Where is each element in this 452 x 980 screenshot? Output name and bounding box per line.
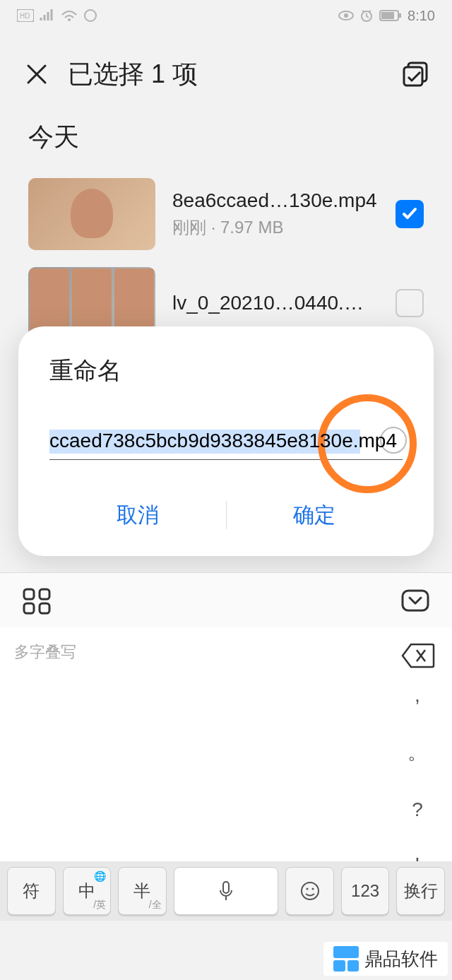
header-title: 已选择 1 项 xyxy=(68,57,401,92)
rename-input-wrap[interactable]: ccaed738c5bcb9d9383845e8130e.mp4 xyxy=(49,430,403,460)
svg-rect-11 xyxy=(404,67,422,85)
svg-point-20 xyxy=(311,888,314,890)
svg-rect-15 xyxy=(40,603,49,613)
symbol-key[interactable]: 符 xyxy=(7,867,56,915)
keyboard-collapse-icon[interactable] xyxy=(400,585,431,616)
file-meta: 刚刚 · 7.97 MB xyxy=(172,216,379,239)
eye-icon xyxy=(338,10,354,21)
file-info: 8ea6ccaed…130e.mp4 刚刚 · 7.97 MB xyxy=(172,189,379,239)
svg-rect-16 xyxy=(403,591,428,610)
svg-point-2 xyxy=(68,18,71,21)
punctuation-keys: , 。 ? ! xyxy=(400,684,435,876)
space-voice-key[interactable] xyxy=(174,867,278,915)
status-bar: HD 8:10 xyxy=(0,0,452,31)
battery-icon xyxy=(379,10,402,21)
file-list: 8ea6ccaed…130e.mp4 刚刚 · 7.97 MB lv_0_202… xyxy=(28,170,424,348)
watermark-text: 鼎品软件 xyxy=(364,947,438,972)
file-thumbnail xyxy=(28,178,155,250)
file-row[interactable]: 8ea6ccaed…130e.mp4 刚刚 · 7.97 MB xyxy=(28,170,424,259)
svg-point-5 xyxy=(344,13,348,18)
handwriting-hint: 多字叠写 xyxy=(14,642,76,663)
period-key[interactable]: 。 xyxy=(400,739,435,766)
emoji-icon xyxy=(300,881,320,901)
file-name: 8ea6ccaed…130e.mp4 xyxy=(172,189,379,212)
watermark-logo xyxy=(333,946,359,972)
svg-rect-13 xyxy=(40,589,49,599)
confirm-button[interactable]: 确定 xyxy=(227,494,403,536)
keyboard-switch-icon[interactable] xyxy=(21,585,52,616)
svg-text:HD: HD xyxy=(20,12,30,20)
status-left: HD xyxy=(17,8,97,23)
language-key[interactable]: 中/英🌐 xyxy=(63,867,112,915)
keyboard-bottom-row: 符 中/英🌐 半/全 123 换行 xyxy=(0,861,452,921)
wifi-icon xyxy=(61,9,78,22)
nfc-icon xyxy=(83,8,97,23)
svg-point-18 xyxy=(302,882,319,899)
file-name: lv_0_20210…0440.mp4 xyxy=(172,292,379,314)
rename-input[interactable]: ccaed738c5bcb9d9383845e8130e.mp4 xyxy=(49,430,403,452)
file-info: lv_0_20210…0440.mp4 xyxy=(172,292,379,314)
comma-key[interactable]: , xyxy=(400,684,435,707)
svg-rect-12 xyxy=(24,589,34,599)
watermark: 鼎品软件 xyxy=(323,942,448,976)
width-key[interactable]: 半/全 xyxy=(118,867,167,915)
backspace-key[interactable] xyxy=(401,642,435,670)
svg-point-3 xyxy=(85,10,96,21)
header: 已选择 1 项 xyxy=(0,42,452,106)
file-checkbox[interactable] xyxy=(396,289,424,317)
cancel-button[interactable]: 取消 xyxy=(49,494,226,536)
svg-point-19 xyxy=(306,888,308,890)
rename-dialog: 重命名 ccaed738c5bcb9d9383845e8130e.mp4 取消 … xyxy=(18,326,434,556)
svg-rect-17 xyxy=(223,882,229,893)
svg-rect-9 xyxy=(399,13,401,18)
dialog-actions: 取消 确定 xyxy=(49,494,403,536)
keyboard-toolbar xyxy=(0,572,452,627)
dialog-title: 重命名 xyxy=(49,355,403,387)
select-all-button[interactable] xyxy=(401,60,429,88)
close-button[interactable] xyxy=(23,60,51,88)
signal-icon xyxy=(40,9,55,22)
svg-rect-14 xyxy=(24,603,34,613)
handwriting-area[interactable]: 多字叠写 , 。 ? ! xyxy=(0,627,452,896)
hd-icon: HD xyxy=(17,9,34,22)
mic-icon xyxy=(218,880,234,902)
status-time: 8:10 xyxy=(408,8,435,24)
section-today: 今天 xyxy=(28,120,79,155)
file-checkbox[interactable] xyxy=(396,200,424,228)
alarm-icon xyxy=(359,8,374,23)
enter-key[interactable]: 换行 xyxy=(396,867,445,915)
number-key[interactable]: 123 xyxy=(341,867,390,915)
emoji-key[interactable] xyxy=(285,867,334,915)
svg-rect-8 xyxy=(381,12,394,19)
question-key[interactable]: ? xyxy=(400,798,435,821)
status-right: 8:10 xyxy=(338,8,435,24)
